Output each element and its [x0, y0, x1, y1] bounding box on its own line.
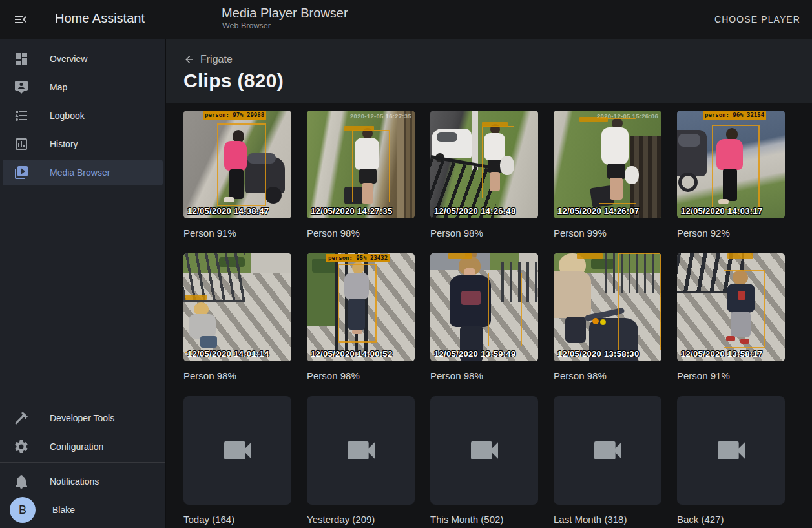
- clip-item[interactable]: person: 95% 23432 12/05/2020 14:00:52 Pe…: [307, 253, 415, 396]
- sidebar-item-label: Configuration: [50, 441, 103, 452]
- camera-osd-timestamp: 2020-12-05 16:27:35: [350, 112, 411, 120]
- folder-tile[interactable]: [554, 396, 661, 505]
- media-browser-header: Frigate Clips (820): [166, 39, 812, 103]
- chart-box-icon: [14, 136, 29, 152]
- clip-thumbnail[interactable]: 12/05/2020 13:58:30: [554, 253, 661, 361]
- sidebar-item-notifications[interactable]: Notifications: [3, 469, 163, 494]
- choose-player-button[interactable]: CHOOSE PLAYER: [709, 0, 806, 39]
- clip-item[interactable]: 12/05/2020 13:58:30 Person 98%: [554, 253, 661, 396]
- clip-caption: Person 98%: [307, 370, 415, 382]
- clip-item[interactable]: person: 97% 29988 12/05/2020 14:38:47 Pe…: [183, 111, 291, 253]
- sidebar-item-history[interactable]: History: [3, 131, 163, 157]
- folder-item-back[interactable]: Back (427): [677, 396, 785, 528]
- clip-item[interactable]: person: 96% 32154 12/05/2020 14:03:17 Pe…: [677, 111, 785, 253]
- folder-label: Last Month (318): [554, 514, 661, 525]
- clip-timestamp: 12/05/2020 14:38:47: [187, 206, 269, 216]
- clip-thumbnail[interactable]: person: 95% 23432 12/05/2020 14:00:52: [307, 253, 415, 361]
- breadcrumb[interactable]: Frigate: [183, 54, 233, 65]
- clip-item[interactable]: 2020-12-05 16:27:35 12/05/2020 14:27:35 …: [307, 111, 415, 253]
- clip-thumbnail[interactable]: 12/05/2020 14:01:14: [183, 253, 291, 361]
- clip-timestamp: 12/05/2020 14:01:14: [187, 349, 269, 359]
- folder-tile[interactable]: [183, 396, 291, 505]
- sidebar-item-label: History: [50, 139, 78, 149]
- page-header-subtitle: Web Browser: [222, 21, 271, 30]
- sidebar-secondary-nav: Developer Tools Configuration: [0, 398, 165, 462]
- sidebar: Overview Map Logbook History Media Brows…: [0, 39, 166, 528]
- clip-thumbnail[interactable]: person: 97% 29988 12/05/2020 14:38:47: [183, 111, 291, 218]
- clip-item[interactable]: 12/05/2020 13:59:49 Person 98%: [430, 253, 538, 396]
- sidebar-nav: Overview Map Logbook History Media Brows…: [0, 39, 165, 188]
- sidebar-item-label: Overview: [50, 54, 87, 64]
- bell-icon: [14, 474, 29, 489]
- clip-thumbnail[interactable]: 2020-12-05 15:26:06 12/05/2020 14:26:07: [554, 111, 661, 218]
- video-camera-icon: [343, 432, 379, 469]
- clip-item[interactable]: 12/05/2020 13:58:17 Person 91%: [677, 253, 785, 396]
- clip-caption: Person 91%: [677, 370, 785, 382]
- clip-timestamp: 12/05/2020 14:00:52: [311, 349, 392, 359]
- sidebar-item-label: Developer Tools: [50, 413, 114, 423]
- folder-label: Yesterday (209): [307, 514, 415, 525]
- clip-timestamp: 12/05/2020 14:27:35: [311, 206, 392, 216]
- sidebar-item-developer-tools[interactable]: Developer Tools: [3, 405, 163, 431]
- folder-item-today[interactable]: Today (164): [183, 396, 291, 528]
- page-title: Clips (820): [183, 70, 812, 92]
- clip-thumbnail[interactable]: person: 96% 32154 12/05/2020 14:03:17: [677, 111, 785, 218]
- clip-item[interactable]: 12/05/2020 14:01:14 Person 98%: [183, 253, 291, 396]
- video-camera-icon: [220, 432, 256, 469]
- clip-caption: Person 98%: [430, 370, 538, 382]
- clip-item[interactable]: 2020-12-05 15:26:06 12/05/2020 14:26:07 …: [554, 111, 661, 253]
- clip-thumbnail[interactable]: 12/05/2020 14:26:48: [430, 111, 538, 218]
- folder-item-this-month[interactable]: This Month (502): [430, 396, 538, 528]
- sidebar-item-overview[interactable]: Overview: [3, 46, 163, 72]
- folder-label: This Month (502): [430, 514, 538, 525]
- folder-tile[interactable]: [430, 396, 538, 505]
- sidebar-item-map[interactable]: Map: [3, 74, 163, 100]
- arrow-left-icon: [183, 54, 195, 65]
- clip-caption: Person 98%: [430, 227, 538, 239]
- video-camera-icon: [713, 432, 749, 469]
- clip-timestamp: 12/05/2020 13:58:17: [681, 349, 762, 359]
- clip-timestamp: 12/05/2020 14:03:17: [681, 206, 762, 216]
- video-camera-icon: [590, 432, 626, 469]
- clip-thumbnail[interactable]: 12/05/2020 13:59:49: [430, 253, 538, 361]
- folder-label: Today (164): [183, 514, 291, 525]
- sidebar-bottom: Notifications B Blake: [0, 462, 165, 528]
- clip-item[interactable]: 12/05/2020 14:26:48 Person 98%: [430, 111, 538, 253]
- clip-caption: Person 91%: [183, 227, 291, 239]
- clip-timestamp: 12/05/2020 14:26:48: [434, 206, 515, 216]
- clip-thumbnail[interactable]: 2020-12-05 16:27:35 12/05/2020 14:27:35: [307, 111, 415, 218]
- folder-label: Back (427): [677, 514, 785, 525]
- play-box-multiple-icon: [14, 165, 29, 180]
- clip-caption: Person 98%: [307, 227, 415, 239]
- user-name-label: Blake: [52, 505, 75, 515]
- sidebar-item-logbook[interactable]: Logbook: [3, 103, 163, 129]
- clip-caption: Person 99%: [554, 227, 661, 239]
- hammer-icon: [14, 410, 29, 426]
- breadcrumb-label: Frigate: [200, 54, 233, 65]
- sidebar-item-label: Media Browser: [50, 167, 110, 178]
- list-icon: [14, 108, 29, 123]
- app-title: Home Assistant: [55, 11, 145, 26]
- folder-item-yesterday[interactable]: Yesterday (209): [307, 396, 415, 528]
- dashboard-icon: [14, 51, 29, 67]
- folder-tile[interactable]: [307, 396, 415, 505]
- media-grid-scroll-area: person: 97% 29988 12/05/2020 14:38:47 Pe…: [166, 103, 812, 528]
- sidebar-item-label: Logbook: [50, 111, 85, 121]
- clip-timestamp: 12/05/2020 14:26:07: [557, 206, 639, 216]
- sidebar-item-media-browser[interactable]: Media Browser: [3, 160, 163, 185]
- clip-thumbnail[interactable]: 12/05/2020 13:58:17: [677, 253, 785, 361]
- media-browser-panel: Frigate Clips (820) person: 97% 29988 12…: [166, 39, 812, 528]
- sidebar-item-label: Notifications: [50, 476, 99, 487]
- camera-osd-timestamp: 2020-12-05 15:26:06: [597, 112, 658, 120]
- folder-item-last-month[interactable]: Last Month (318): [554, 396, 661, 528]
- page-header-title: Media Player Browser: [222, 6, 348, 21]
- clip-timestamp: 12/05/2020 13:59:49: [434, 349, 515, 359]
- tooltip-account-icon: [14, 79, 29, 95]
- sidebar-item-label: Map: [50, 82, 67, 92]
- sidebar-item-configuration[interactable]: Configuration: [3, 434, 163, 459]
- detection-label: person: 96% 32154: [703, 111, 766, 120]
- sidebar-item-profile[interactable]: B Blake: [3, 497, 163, 523]
- video-camera-icon: [466, 432, 503, 469]
- menu-open-icon[interactable]: [13, 12, 28, 27]
- folder-tile[interactable]: [677, 396, 785, 505]
